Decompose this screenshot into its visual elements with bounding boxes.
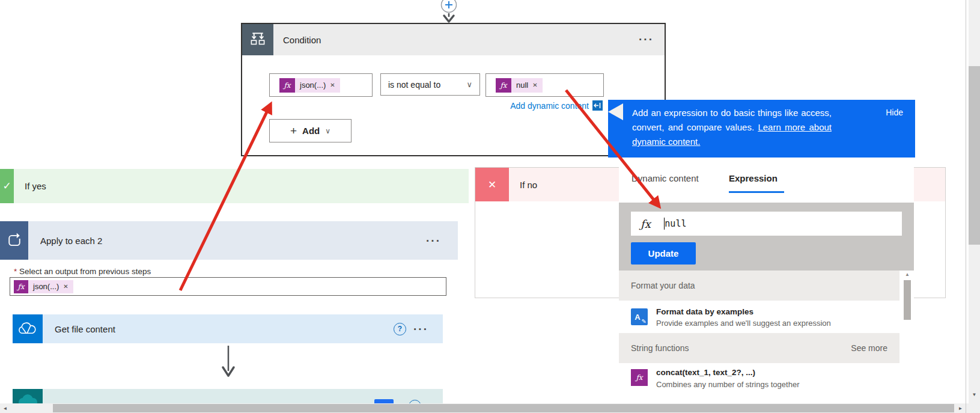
flow-designer-canvas: { "icons": { "menu": "···", "close": "✕"…: [0, 0, 980, 413]
condition-header[interactable]: Condition ···: [242, 24, 665, 55]
apply-to-each-header[interactable]: Apply to each 2 ···: [0, 221, 458, 260]
section-header-format: Format your data: [619, 271, 899, 301]
chip-label: json(...): [300, 81, 326, 90]
connector-arrow: [220, 346, 237, 378]
section-header-string-functions: String functions See more: [619, 333, 899, 363]
get-file-content-card[interactable]: Get file content ? ···: [13, 314, 443, 343]
add-row-button[interactable]: + Add ∨: [269, 119, 352, 142]
if-yes-label: If yes: [25, 181, 46, 191]
teal-connector-icon: [13, 389, 43, 403]
hide-button[interactable]: Hide: [886, 108, 903, 117]
expression-teaching-callout: Add an expression to do basic things lik…: [608, 100, 915, 158]
fx-icon: ƒx: [14, 280, 28, 293]
format-by-examples-icon: A ✎: [631, 308, 648, 325]
expression-value: null: [665, 218, 686, 229]
select-output-label: Select an output from previous steps: [19, 267, 151, 276]
chevron-down-icon: ∨: [325, 127, 330, 135]
horizontal-scrollbar-thumb[interactable]: [53, 404, 954, 412]
tab-expression[interactable]: Expression: [729, 173, 778, 183]
item-subtitle: Combines any number of strings together: [656, 380, 799, 389]
plus-icon: +: [290, 124, 297, 138]
pencil-icon: ✎: [642, 318, 647, 325]
onedrive-icon: [13, 314, 43, 343]
chip-label: null: [516, 81, 528, 90]
if-yes-branch-header[interactable]: ✓ If yes: [0, 169, 469, 203]
chevron-down-icon: ∨: [466, 80, 472, 89]
if-no-label: If no: [520, 180, 537, 190]
get-file-menu-button[interactable]: ···: [413, 323, 428, 335]
callout-beak: [608, 103, 623, 120]
operator-value: is not equal to: [388, 80, 440, 90]
expression-editor-section: ƒx null Update: [619, 203, 914, 271]
required-marker: *: [14, 267, 17, 276]
expression-chip-null[interactable]: ƒx null✕: [496, 78, 543, 93]
apply-to-each-menu-button[interactable]: ···: [426, 235, 441, 246]
condition-branch-icon: [242, 24, 273, 55]
fx-icon: ƒx: [279, 78, 295, 93]
active-tab-underline: [729, 191, 784, 193]
chip-remove-icon[interactable]: ✕: [330, 82, 335, 88]
expression-panel: Dynamic content Expression ƒx null Updat…: [619, 158, 914, 404]
vertical-scrollbar-thumb[interactable]: [969, 66, 980, 245]
expression-input[interactable]: ƒx null: [631, 212, 902, 236]
add-button-label: Add: [302, 126, 320, 136]
item-subtitle: Provide examples and we'll suggest an ex…: [656, 319, 831, 328]
dynamic-content-flyout-icon[interactable]: [592, 100, 603, 111]
panel-scrollbar-thumb[interactable]: [904, 280, 911, 320]
panel-scroll-up-arrow[interactable]: ▲: [902, 270, 912, 278]
get-file-content-title: Get file content: [55, 324, 115, 334]
select-output-input[interactable]: ƒx json(...)✕: [10, 277, 446, 296]
insert-step-button[interactable]: [440, 0, 457, 25]
loop-icon: [0, 221, 28, 260]
page-edge-divider: [966, 0, 966, 413]
vertical-scrollbar[interactable]: ▼: [969, 0, 980, 403]
chip-remove-icon[interactable]: ✕: [63, 283, 68, 290]
condition-menu-button[interactable]: ···: [639, 34, 654, 45]
update-button-label: Update: [648, 248, 679, 259]
add-dynamic-content-link[interactable]: Add dynamic content: [510, 101, 589, 111]
condition-title: Condition: [283, 35, 321, 45]
check-icon: ✓: [0, 169, 14, 203]
condition-operand1-field[interactable]: ƒx json(...)✕: [269, 73, 373, 97]
scroll-right-arrow[interactable]: ►: [955, 403, 966, 413]
expression-chip-json[interactable]: ƒx json(...)✕: [14, 280, 73, 293]
chip-label: json(...): [33, 282, 59, 291]
section-title: String functions: [631, 343, 689, 353]
fx-function-icon: ƒx: [631, 369, 648, 386]
section-title: Format your data: [631, 281, 695, 290]
condition-card[interactable]: Condition ··· ƒx json(...)✕ is not equal…: [241, 23, 666, 156]
field-label-row: * Select an output from previous steps: [14, 267, 151, 276]
see-more-link[interactable]: See more: [851, 343, 887, 353]
chip-remove-icon[interactable]: ✕: [532, 82, 537, 88]
callout-text: Add an expression to do basic things lik…: [632, 106, 832, 149]
expression-chip-json[interactable]: ƒx json(...)✕: [279, 78, 340, 93]
cross-icon: ✕: [475, 168, 509, 201]
list-item-format-by-examples[interactable]: A ✎ Format data by examples Provide exam…: [619, 301, 899, 333]
condition-operand2-field[interactable]: ƒx null✕: [485, 73, 604, 97]
help-icon[interactable]: ?: [394, 323, 406, 335]
next-action-card[interactable]: ?: [13, 389, 443, 403]
list-item-concat[interactable]: ƒx concat(text_1, text_2?, ...) Combines…: [619, 363, 899, 404]
item-title: concat(text_1, text_2?, ...): [656, 368, 755, 377]
fx-icon: ƒx: [496, 78, 511, 93]
focused-toggle[interactable]: [374, 399, 394, 403]
tab-dynamic-content[interactable]: Dynamic content: [632, 173, 699, 183]
update-button[interactable]: Update: [631, 242, 696, 265]
horizontal-scrollbar[interactable]: ◄ ►: [0, 403, 980, 413]
item-title: Format data by examples: [656, 307, 753, 316]
condition-operator-dropdown[interactable]: is not equal to ∨: [380, 73, 480, 96]
apply-to-each-title: Apply to each 2: [40, 236, 102, 246]
scroll-down-arrow[interactable]: ▼: [969, 390, 980, 399]
scroll-left-arrow[interactable]: ◄: [0, 403, 10, 413]
fx-icon: ƒx: [641, 218, 651, 230]
add-dynamic-content-row: Add dynamic content: [485, 100, 603, 111]
